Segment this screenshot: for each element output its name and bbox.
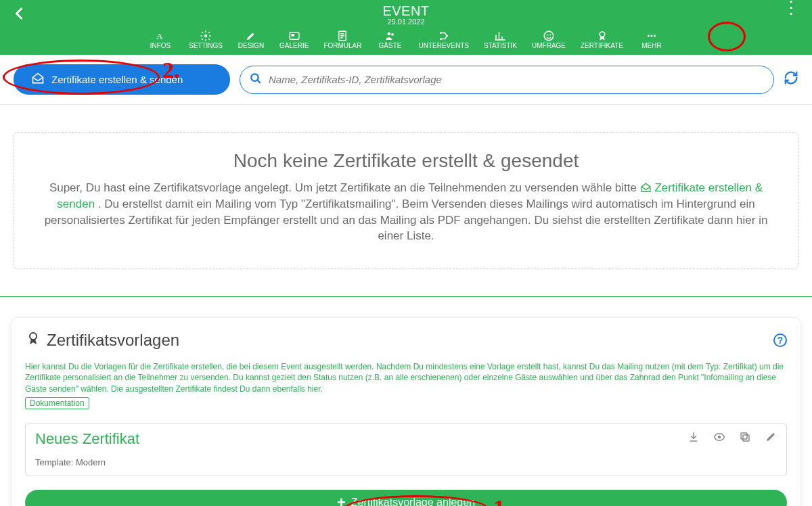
tab-formular[interactable]: FORMULAR — [321, 28, 364, 51]
tab-statistik[interactable]: STATISTIK — [481, 28, 520, 51]
panel-title: Zertifikatsvorlagen — [25, 330, 179, 350]
add-template-label: Zertifikatsvorlage anlegen — [351, 497, 475, 506]
svg-point-15 — [651, 35, 653, 37]
svg-point-10 — [544, 31, 554, 41]
copy-icon[interactable] — [739, 431, 751, 446]
chart-icon — [484, 30, 517, 42]
svg-point-19 — [718, 436, 721, 439]
empty-heading: Noch keine Zertifikate erstellt & gesend… — [33, 150, 779, 172]
text-icon: A — [147, 30, 174, 42]
tab-unterevents[interactable]: UNTEREVENTS — [416, 28, 472, 51]
svg-point-13 — [600, 32, 605, 37]
svg-rect-20 — [743, 435, 749, 441]
tab-label: DESIGN — [238, 42, 265, 49]
empty-text-pre: Super, Du hast eine Zertifikatsvorlage a… — [49, 181, 640, 194]
app-header: EVENT 29.01.2022 ⋮ A INFOS SETTINGS DESI… — [0, 0, 812, 55]
svg-point-11 — [547, 34, 548, 36]
create-send-label: Zertifikate erstellen & senden — [51, 74, 183, 85]
panel-description: Hier kannst Du die Vorlagen für die Zert… — [25, 361, 787, 394]
svg-point-12 — [549, 34, 551, 36]
event-date: 29.01.2022 — [382, 18, 429, 26]
brush-icon — [238, 30, 265, 42]
edit-icon[interactable] — [765, 431, 777, 446]
tab-label: UMFRAGE — [532, 42, 566, 49]
tab-settings[interactable]: SETTINGS — [186, 28, 225, 51]
tab-gaeste[interactable]: GÄSTE — [374, 28, 407, 51]
back-button[interactable] — [12, 5, 27, 24]
smile-icon — [532, 30, 566, 42]
template-subtitle: Template: Modern — [35, 457, 777, 467]
gallery-icon — [279, 30, 309, 42]
form-icon — [323, 30, 361, 42]
tab-zertifikate[interactable]: ZERTIFIKATE — [578, 28, 626, 51]
subevents-icon — [419, 30, 469, 42]
tab-label: ZERTIFIKATE — [581, 42, 623, 49]
svg-point-17 — [251, 74, 258, 81]
tab-umfrage[interactable]: UMFRAGE — [529, 28, 568, 51]
kebab-menu[interactable]: ⋮ — [782, 4, 800, 11]
empty-text-post: . Du erstellst damit ein Mailing vom Typ… — [45, 198, 768, 243]
section-divider — [0, 296, 812, 297]
svg-point-14 — [648, 35, 650, 37]
svg-point-16 — [654, 35, 656, 37]
action-bar: Zertifikate erstellen & senden 2. — [0, 55, 812, 105]
documentation-link[interactable]: Dokumentation — [25, 397, 89, 409]
download-icon[interactable] — [687, 431, 700, 446]
tab-infos[interactable]: A INFOS — [144, 28, 177, 51]
svg-point-18 — [30, 333, 37, 340]
more-icon — [638, 30, 665, 42]
add-template-button[interactable]: + Zertifikatsvorlage anlegen — [25, 490, 787, 506]
create-send-button[interactable]: Zertifikate erstellen & senden — [14, 64, 230, 95]
tab-design[interactable]: DESIGN — [235, 28, 267, 51]
refresh-button[interactable] — [784, 70, 798, 89]
tab-mehr[interactable]: MEHR — [635, 28, 668, 51]
tab-label: STATISTIK — [484, 42, 517, 49]
empty-state-card: Noch keine Zertifikate erstellt & gesend… — [14, 132, 798, 269]
empty-text: Super, Du hast eine Zertifikatsvorlage a… — [33, 180, 779, 244]
tab-label: UNTEREVENTS — [419, 42, 469, 49]
tab-label: FORMULAR — [323, 42, 361, 49]
tab-label: MEHR — [638, 42, 665, 49]
template-name[interactable]: Neues Zertifikat — [35, 430, 139, 448]
header-tabs: A INFOS SETTINGS DESIGN GALERIE FORMULAR… — [9, 27, 803, 55]
tab-label: GÄSTE — [377, 42, 404, 49]
search-icon — [250, 72, 262, 87]
medal-icon — [25, 330, 41, 350]
svg-point-1 — [204, 34, 208, 38]
template-row-actions — [687, 431, 777, 446]
tab-label: GALERIE — [279, 42, 309, 49]
help-button[interactable]: ? — [773, 334, 787, 347]
search-input[interactable] — [267, 73, 764, 86]
tab-galerie[interactable]: GALERIE — [277, 28, 311, 51]
panel-title-text: Zertifikatsvorlagen — [47, 331, 179, 350]
guests-icon — [377, 30, 404, 42]
medal-icon — [581, 30, 623, 42]
event-title: EVENT — [382, 4, 429, 18]
svg-point-8 — [440, 38, 442, 40]
svg-text:A: A — [156, 31, 163, 41]
gear-icon — [189, 30, 223, 42]
template-row: Neues Zertifikat Template: Modern — [25, 423, 787, 476]
page-title: EVENT 29.01.2022 — [382, 4, 429, 26]
preview-icon[interactable] — [713, 431, 725, 446]
svg-rect-21 — [741, 433, 747, 439]
svg-rect-3 — [291, 34, 294, 37]
envelope-open-icon — [31, 72, 45, 87]
svg-point-7 — [440, 32, 442, 34]
svg-point-5 — [387, 32, 390, 36]
search-field[interactable] — [240, 66, 774, 94]
tab-label: INFOS — [147, 42, 174, 49]
templates-panel: Zertifikatsvorlagen ? Hier kannst Du die… — [11, 317, 801, 506]
svg-point-6 — [391, 33, 394, 36]
tab-label: SETTINGS — [189, 42, 223, 49]
